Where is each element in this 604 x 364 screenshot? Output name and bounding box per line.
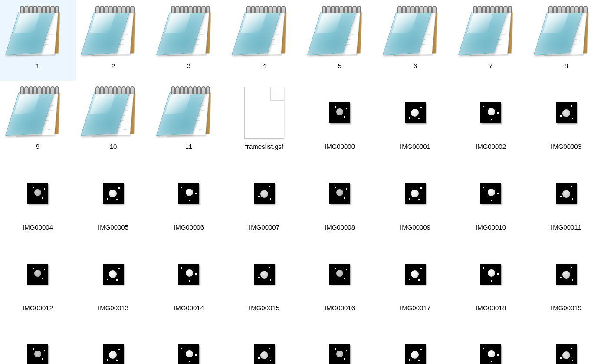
file-item[interactable]: IMG00011 xyxy=(528,161,604,242)
file-label: 11 xyxy=(183,142,195,151)
file-label: 10 xyxy=(107,142,120,151)
file-item[interactable]: 8 xyxy=(528,0,604,81)
image-thumbnail xyxy=(178,344,199,364)
file-item[interactable]: IMG00010 xyxy=(453,161,528,242)
notepad-icon xyxy=(316,8,364,56)
image-thumbnail xyxy=(480,102,501,123)
file-label: IMG00011 xyxy=(548,223,584,232)
file-item[interactable]: 9 xyxy=(0,81,76,161)
notepad-icon xyxy=(14,89,62,137)
file-item[interactable]: IMG00025 xyxy=(378,323,453,364)
file-label: 7 xyxy=(486,62,495,70)
image-thumbnail xyxy=(254,183,275,204)
image-thumbnail xyxy=(103,264,124,285)
file-item[interactable]: IMG00007 xyxy=(226,161,302,242)
image-thumbnail xyxy=(556,344,577,364)
file-item[interactable]: 3 xyxy=(151,0,226,81)
file-item[interactable]: IMG00008 xyxy=(302,161,378,242)
notepad-icon xyxy=(467,8,515,56)
notepad-icon xyxy=(165,8,213,56)
image-thumbnail xyxy=(556,102,577,123)
file-item[interactable]: IMG00005 xyxy=(76,161,151,242)
image-thumbnail xyxy=(329,264,350,285)
file-item[interactable]: IMG00013 xyxy=(76,242,151,323)
file-label: 3 xyxy=(184,62,193,70)
notepad-icon xyxy=(240,8,288,56)
image-thumbnail xyxy=(254,264,275,285)
file-label: IMG00009 xyxy=(397,223,433,232)
file-item[interactable]: IMG00024 xyxy=(302,323,378,364)
file-item[interactable]: IMG00003 xyxy=(528,81,604,161)
file-label: IMG00008 xyxy=(322,223,358,232)
file-item[interactable]: 10 xyxy=(76,81,151,161)
file-label: IMG00000 xyxy=(322,142,358,151)
file-item[interactable]: IMG00012 xyxy=(0,242,76,323)
file-item[interactable]: 4 xyxy=(226,0,302,81)
file-item[interactable]: IMG00009 xyxy=(378,161,453,242)
file-label: IMG00001 xyxy=(397,142,433,151)
file-item[interactable]: frameslist.gsf xyxy=(226,81,302,161)
file-label: IMG00004 xyxy=(20,223,56,232)
file-item[interactable]: IMG00021 xyxy=(76,323,151,364)
file-item[interactable]: IMG00004 xyxy=(0,161,76,242)
image-thumbnail xyxy=(405,102,426,123)
file-label: IMG00005 xyxy=(95,223,131,232)
file-item[interactable]: IMG00001 xyxy=(378,81,453,161)
file-label: 6 xyxy=(411,62,420,70)
file-label: 8 xyxy=(562,62,571,70)
file-item[interactable]: 7 xyxy=(453,0,528,81)
notepad-icon xyxy=(542,8,590,56)
file-item[interactable]: IMG00018 xyxy=(453,242,528,323)
file-label: IMG00007 xyxy=(246,223,282,232)
image-thumbnail xyxy=(103,183,124,204)
file-label: 4 xyxy=(260,62,269,70)
image-thumbnail xyxy=(178,264,199,285)
file-item[interactable]: IMG00022 xyxy=(151,323,226,364)
file-item[interactable]: IMG00002 xyxy=(453,81,528,161)
image-thumbnail xyxy=(103,344,124,364)
file-label: IMG00015 xyxy=(246,304,282,312)
image-thumbnail xyxy=(405,264,426,285)
file-item[interactable]: 6 xyxy=(378,0,453,81)
file-label: IMG00019 xyxy=(548,304,584,312)
file-label: IMG00018 xyxy=(473,304,509,312)
file-item[interactable]: IMG00027 xyxy=(528,323,604,364)
file-label: 5 xyxy=(335,62,344,70)
file-item[interactable]: IMG00016 xyxy=(302,242,378,323)
file-item[interactable]: IMG00015 xyxy=(226,242,302,323)
image-thumbnail xyxy=(178,183,199,204)
file-label: IMG00013 xyxy=(95,304,131,312)
image-thumbnail xyxy=(329,183,350,204)
image-thumbnail xyxy=(27,264,48,285)
image-thumbnail xyxy=(556,264,577,285)
image-thumbnail xyxy=(405,344,426,364)
file-label: frameslist.gsf xyxy=(243,142,286,151)
file-item[interactable]: IMG00019 xyxy=(528,242,604,323)
image-thumbnail xyxy=(254,344,275,364)
image-thumbnail xyxy=(329,102,350,123)
file-item[interactable]: IMG00026 xyxy=(453,323,528,364)
file-item[interactable]: IMG00000 xyxy=(302,81,378,161)
notepad-icon xyxy=(391,8,439,56)
image-thumbnail xyxy=(480,183,501,204)
file-item[interactable]: IMG00014 xyxy=(151,242,226,323)
image-thumbnail xyxy=(480,344,501,364)
file-item[interactable]: 11 xyxy=(151,81,226,161)
image-thumbnail xyxy=(329,344,350,364)
file-item[interactable]: IMG00006 xyxy=(151,161,226,242)
image-thumbnail xyxy=(556,183,577,204)
file-label: IMG00017 xyxy=(397,304,433,312)
image-thumbnail xyxy=(27,183,48,204)
image-thumbnail xyxy=(405,183,426,204)
file-item[interactable]: 2 xyxy=(76,0,151,81)
file-item[interactable]: IMG00017 xyxy=(378,242,453,323)
image-thumbnail xyxy=(480,264,501,285)
file-label: IMG00012 xyxy=(20,304,56,312)
file-item[interactable]: IMG00023 xyxy=(226,323,302,364)
file-item[interactable]: 1 xyxy=(0,0,76,81)
file-item[interactable]: IMG00020 xyxy=(0,323,76,364)
file-label: 2 xyxy=(109,62,118,70)
file-item[interactable]: 5 xyxy=(302,0,378,81)
file-label: 1 xyxy=(33,62,42,70)
image-thumbnail xyxy=(27,344,48,364)
